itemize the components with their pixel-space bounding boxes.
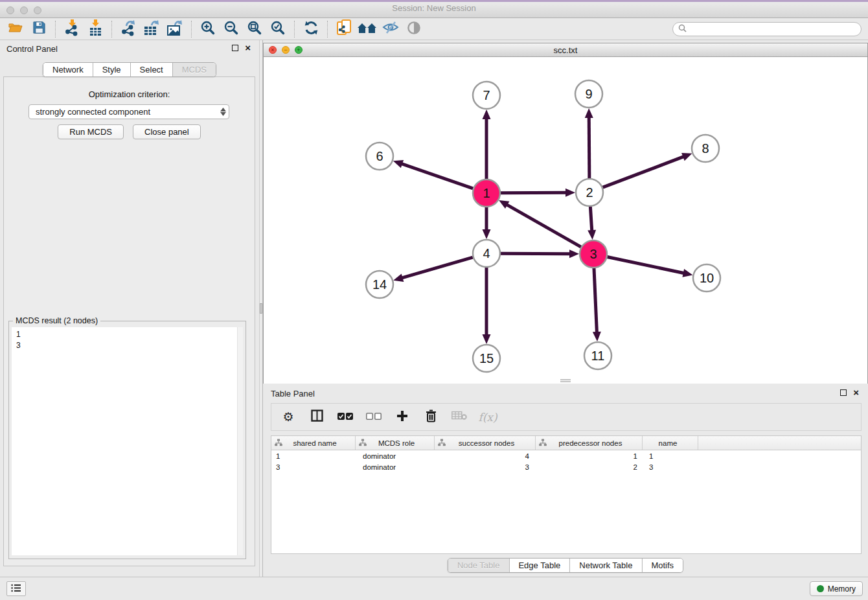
- graph-node-11[interactable]: 11: [584, 342, 611, 369]
- memory-button[interactable]: Memory: [810, 581, 863, 596]
- table-panel: Table Panel × ⚙: [263, 386, 868, 577]
- zoom-out-button[interactable]: [220, 19, 243, 39]
- edge-4-15[interactable]: [483, 268, 491, 344]
- zoom-selected-icon: [270, 20, 286, 38]
- column-header-successor-nodes[interactable]: successor nodes: [435, 436, 536, 450]
- graph-node-10[interactable]: 10: [693, 264, 720, 292]
- export-image-button[interactable]: [163, 19, 187, 39]
- save-disk-icon: [32, 21, 46, 37]
- refresh-network-button[interactable]: [299, 19, 323, 39]
- graph-node-8[interactable]: 8: [692, 135, 719, 162]
- edge-1-2[interactable]: [501, 189, 575, 197]
- edge-1-4[interactable]: [483, 207, 491, 239]
- select-all-columns-button[interactable]: [336, 408, 354, 426]
- split-panel-icon: [311, 410, 323, 424]
- search-input[interactable]: [690, 25, 856, 34]
- hide-details-button[interactable]: [379, 19, 402, 39]
- mcds-panel: Optimization criterion: strongly connect…: [3, 76, 255, 566]
- edge-4-3[interactable]: [501, 249, 579, 258]
- tab-style[interactable]: Style: [93, 63, 130, 76]
- cell-predecessor-nodes: 2: [536, 463, 643, 471]
- table-toolbar: ⚙: [271, 403, 862, 431]
- edge-3-1[interactable]: [499, 200, 581, 247]
- column-header-name[interactable]: name: [643, 436, 698, 450]
- close-panel-icon[interactable]: ×: [245, 45, 251, 51]
- graph-node-6[interactable]: 6: [366, 143, 393, 170]
- network-canvas[interactable]: 7968124314101511: [264, 58, 867, 384]
- table-row[interactable]: 3 dominator 3 2 3: [271, 461, 861, 472]
- main-titlebar: Session: New Session: [0, 0, 868, 18]
- column-header-mcds-role[interactable]: MCDS role: [356, 436, 435, 450]
- table-row[interactable]: 1 dominator 4 1 1: [271, 450, 861, 461]
- graph-node-3[interactable]: 3: [580, 240, 607, 268]
- edge-2-9[interactable]: [585, 108, 593, 178]
- column-header-shared-name[interactable]: shared name: [271, 436, 356, 450]
- task-list-icon: [11, 583, 21, 595]
- show-task-history-button[interactable]: [6, 581, 26, 596]
- open-folder-icon: [8, 21, 23, 37]
- tab-network-table[interactable]: Network Table: [569, 559, 641, 572]
- edge-2-3[interactable]: [588, 207, 596, 240]
- unselect-all-columns-button[interactable]: [365, 408, 383, 426]
- edge-4-14[interactable]: [393, 257, 473, 282]
- tab-mcds[interactable]: MCDS: [172, 63, 216, 76]
- float-panel-icon[interactable]: [232, 45, 238, 51]
- toolbar-separator: [294, 21, 295, 38]
- export-table-button[interactable]: [140, 19, 163, 39]
- tab-motifs[interactable]: Motifs: [641, 559, 683, 572]
- toolbar-separator: [55, 21, 56, 38]
- open-session-button[interactable]: [4, 19, 27, 39]
- zoom-fit-button[interactable]: [243, 19, 266, 39]
- add-column-button[interactable]: [393, 408, 411, 426]
- tab-node-table[interactable]: Node Table: [448, 559, 509, 572]
- tab-network[interactable]: Network: [43, 63, 93, 76]
- mcds-result-textarea[interactable]: 1 3: [12, 327, 243, 555]
- gear-icon: ⚙: [282, 410, 293, 424]
- tab-select[interactable]: Select: [130, 63, 172, 76]
- edge-1-6[interactable]: [393, 160, 473, 189]
- graph-node-9[interactable]: 9: [575, 80, 602, 108]
- result-node-id: 3: [12, 340, 243, 351]
- graph-node-15[interactable]: 15: [473, 345, 500, 372]
- run-mcds-button[interactable]: Run MCDS: [58, 124, 124, 139]
- splitter-handle[interactable]: [260, 303, 262, 314]
- zoom-in-button[interactable]: [196, 19, 220, 39]
- edge-2-8[interactable]: [603, 153, 692, 187]
- main-toolbar: [0, 18, 868, 40]
- save-session-button[interactable]: [27, 19, 51, 39]
- network-window-titlebar[interactable]: × − + scc.txt: [264, 43, 867, 57]
- graph-node-1[interactable]: 1: [473, 179, 500, 207]
- edge-1-7[interactable]: [483, 110, 491, 179]
- zoom-out-icon: [223, 20, 239, 38]
- tab-edge-table[interactable]: Edge Table: [508, 559, 569, 572]
- control-panel: Control Panel × Network Style Select MCD…: [0, 40, 259, 571]
- optimization-criterion-select[interactable]: strongly connected component: [29, 104, 229, 119]
- column-header-predecessor-nodes[interactable]: predecessor nodes: [536, 436, 643, 450]
- edge-3-10[interactable]: [608, 257, 693, 277]
- graph-node-7[interactable]: 7: [473, 82, 500, 109]
- result-scrollbar[interactable]: [237, 327, 243, 555]
- first-neighbors-button[interactable]: [356, 19, 379, 39]
- import-network-button[interactable]: [60, 19, 84, 39]
- export-network-button[interactable]: [117, 19, 140, 39]
- import-table-button[interactable]: [84, 19, 107, 39]
- clone-network-button[interactable]: [332, 19, 356, 39]
- split-panel-button[interactable]: [308, 408, 326, 426]
- graph-node-14[interactable]: 14: [366, 271, 393, 298]
- window-resize-handle[interactable]: [560, 379, 571, 382]
- graph-node-2[interactable]: 2: [576, 179, 603, 206]
- graph-node-4[interactable]: 4: [473, 240, 500, 267]
- float-table-panel-icon[interactable]: [840, 389, 847, 396]
- import-network-icon: [63, 19, 80, 39]
- column-settings-button[interactable]: ⚙: [279, 408, 297, 426]
- delete-table-icon: [451, 411, 467, 423]
- zoom-selected-button[interactable]: [266, 19, 290, 39]
- cell-predecessor-nodes: 1: [536, 452, 643, 460]
- close-table-panel-icon[interactable]: ×: [853, 389, 859, 396]
- search-field[interactable]: [672, 22, 862, 36]
- close-panel-button[interactable]: Close panel: [133, 124, 201, 139]
- cell-successor-nodes: 3: [435, 463, 536, 471]
- delete-column-button[interactable]: [422, 408, 440, 426]
- edge-3-11[interactable]: [593, 268, 601, 341]
- show-graphics-details-button[interactable]: [402, 19, 426, 39]
